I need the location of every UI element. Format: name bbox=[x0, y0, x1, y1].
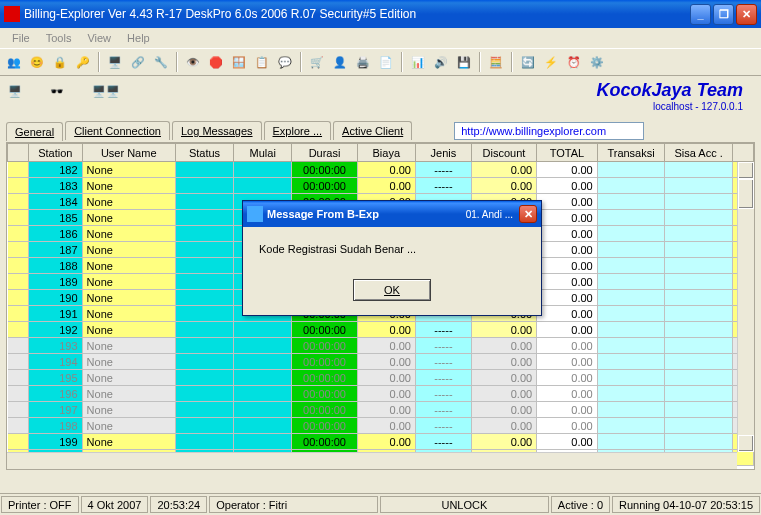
calc-icon[interactable]: 🧮 bbox=[486, 52, 506, 72]
col-jenis[interactable]: Jenis bbox=[415, 144, 471, 162]
lock-icon[interactable]: 🔒 bbox=[50, 52, 70, 72]
refresh-icon[interactable]: 🔄 bbox=[518, 52, 538, 72]
col-mulai[interactable]: Mulai bbox=[234, 144, 292, 162]
ok-button[interactable]: OK bbox=[353, 279, 431, 301]
sound-icon[interactable]: 🔊 bbox=[431, 52, 451, 72]
glasses-icon[interactable]: 🕶️ bbox=[50, 85, 78, 107]
url-box[interactable]: http://www.billingexplorer.com bbox=[454, 122, 644, 140]
col-tail[interactable] bbox=[732, 144, 753, 162]
cart-icon[interactable]: 🛒 bbox=[307, 52, 327, 72]
app-icon bbox=[4, 6, 20, 22]
maximize-button[interactable]: ❐ bbox=[713, 4, 734, 25]
dialog-subtitle: 01. Andi ... bbox=[466, 209, 513, 220]
message-dialog: Message From B-Exp 01. Andi ... ✕ Kode R… bbox=[242, 200, 542, 316]
title-bar: Billing-Explorer Ver 4.43 R-17 DeskPro 6… bbox=[0, 0, 761, 28]
col-blank[interactable] bbox=[8, 144, 29, 162]
tab-general[interactable]: General bbox=[6, 122, 63, 141]
scroll-down-icon[interactable] bbox=[738, 435, 754, 452]
menu-bar: File Tools View Help bbox=[0, 28, 761, 48]
col-discount[interactable]: Discount bbox=[471, 144, 536, 162]
chart-icon[interactable]: 📊 bbox=[408, 52, 428, 72]
stop-icon[interactable]: 🛑 bbox=[206, 52, 226, 72]
col-total[interactable]: TOTAL bbox=[537, 144, 598, 162]
header-panel: 🖥️ 🕶️ 🖥️🖥️ KocokJaya Team localhost - 12… bbox=[0, 76, 761, 116]
tab-strip: General Client Connection Log Messages E… bbox=[0, 116, 761, 140]
chat-icon[interactable]: 💬 bbox=[275, 52, 295, 72]
menu-view[interactable]: View bbox=[81, 30, 117, 46]
table-row[interactable]: 198None00:00:000.00-----0.000.00 bbox=[8, 418, 754, 434]
clock-icon[interactable]: ⏰ bbox=[564, 52, 584, 72]
tab-explore[interactable]: Explore ... bbox=[264, 121, 332, 140]
smiley-icon[interactable]: 😊 bbox=[27, 52, 47, 72]
header-row: Station User Name Status Mulai Durasi Bi… bbox=[8, 144, 754, 162]
status-printer: Printer : OFF bbox=[1, 496, 79, 513]
table-row[interactable]: 192None00:00:000.00-----0.000.00 bbox=[8, 322, 754, 338]
window-icon[interactable]: 🪟 bbox=[229, 52, 249, 72]
people-icon[interactable]: 👤 bbox=[330, 52, 350, 72]
table-row[interactable]: 195None00:00:000.00-----0.000.00 bbox=[8, 370, 754, 386]
close-button[interactable]: ✕ bbox=[736, 4, 757, 25]
dialog-close-button[interactable]: ✕ bbox=[519, 205, 537, 223]
dialog-title: Message From B-Exp bbox=[267, 208, 466, 220]
col-station[interactable]: Station bbox=[28, 144, 82, 162]
status-bar: Printer : OFF 4 Okt 2007 20:53:24 Operat… bbox=[0, 493, 761, 515]
menu-help[interactable]: Help bbox=[121, 30, 156, 46]
minimize-button[interactable]: _ bbox=[690, 4, 711, 25]
table-row[interactable]: 196None00:00:000.00-----0.000.00 bbox=[8, 386, 754, 402]
dialog-body: Kode Registrasi Sudah Benar ... bbox=[243, 227, 541, 271]
scroll-thumb[interactable] bbox=[738, 179, 754, 209]
col-sisa[interactable]: Sisa Acc . bbox=[665, 144, 733, 162]
tab-log-messages[interactable]: Log Messages bbox=[172, 121, 262, 140]
status-operator: Operator : Fitri bbox=[209, 496, 378, 513]
key-icon[interactable]: 🔑 bbox=[73, 52, 93, 72]
col-durasi[interactable]: Durasi bbox=[292, 144, 357, 162]
network-computers-icon[interactable]: 🖥️🖥️ bbox=[92, 85, 120, 107]
scrollbar-horizontal[interactable] bbox=[7, 452, 737, 469]
brand-name: KocokJaya Team bbox=[597, 80, 743, 101]
col-biaya[interactable]: Biaya bbox=[357, 144, 415, 162]
scroll-up-icon[interactable] bbox=[738, 162, 754, 179]
tab-active-client[interactable]: Active Client bbox=[333, 121, 412, 140]
menu-tools[interactable]: Tools bbox=[40, 30, 78, 46]
col-status[interactable]: Status bbox=[175, 144, 233, 162]
tab-client-connection[interactable]: Client Connection bbox=[65, 121, 170, 140]
table-row[interactable]: 183None00:00:000.00-----0.000.00 bbox=[8, 178, 754, 194]
page-icon[interactable]: 📄 bbox=[376, 52, 396, 72]
scrollbar-vertical[interactable] bbox=[737, 162, 754, 452]
status-running: Running 04-10-07 20:53:15 bbox=[612, 496, 760, 513]
brand-host: localhost - 127.0.0.1 bbox=[597, 101, 743, 112]
users-icon[interactable]: 👥 bbox=[4, 52, 24, 72]
brand-block: KocokJaya Team localhost - 127.0.0.1 bbox=[597, 80, 753, 112]
dialog-icon bbox=[247, 206, 263, 222]
menu-file[interactable]: File bbox=[6, 30, 36, 46]
toolbar: 👥 😊 🔒 🔑 🖥️ 🔗 🔧 👁️ 🛑 🪟 📋 💬 🛒 👤 🖨️ 📄 📊 🔊 💾… bbox=[0, 48, 761, 76]
col-transaksi[interactable]: Transaksi bbox=[597, 144, 665, 162]
eye-icon[interactable]: 👁️ bbox=[183, 52, 203, 72]
status-active: Active : 0 bbox=[551, 496, 610, 513]
computer-icon[interactable]: 🖥️ bbox=[8, 85, 36, 107]
status-date: 4 Okt 2007 bbox=[81, 496, 149, 513]
gear-icon[interactable]: ⚙️ bbox=[587, 52, 607, 72]
status-lock: UNLOCK bbox=[380, 496, 549, 513]
print-icon[interactable]: 🖨️ bbox=[353, 52, 373, 72]
table-row[interactable]: 182None00:00:000.00-----0.000.00 bbox=[8, 162, 754, 178]
bolt-icon[interactable]: ⚡ bbox=[541, 52, 561, 72]
table-row[interactable]: 199None00:00:000.00-----0.000.00 bbox=[8, 434, 754, 450]
status-time: 20:53:24 bbox=[150, 496, 207, 513]
dialog-titlebar[interactable]: Message From B-Exp 01. Andi ... ✕ bbox=[243, 201, 541, 227]
monitor-icon[interactable]: 🖥️ bbox=[105, 52, 125, 72]
tool-icon[interactable]: 🔧 bbox=[151, 52, 171, 72]
table-row[interactable]: 197None00:00:000.00-----0.000.00 bbox=[8, 402, 754, 418]
notes-icon[interactable]: 📋 bbox=[252, 52, 272, 72]
network-icon[interactable]: 🔗 bbox=[128, 52, 148, 72]
col-user[interactable]: User Name bbox=[82, 144, 175, 162]
disk-icon[interactable]: 💾 bbox=[454, 52, 474, 72]
window-title: Billing-Explorer Ver 4.43 R-17 DeskPro 6… bbox=[24, 7, 690, 21]
table-row[interactable]: 194None00:00:000.00-----0.000.00 bbox=[8, 354, 754, 370]
table-row[interactable]: 193None00:00:000.00-----0.000.00 bbox=[8, 338, 754, 354]
